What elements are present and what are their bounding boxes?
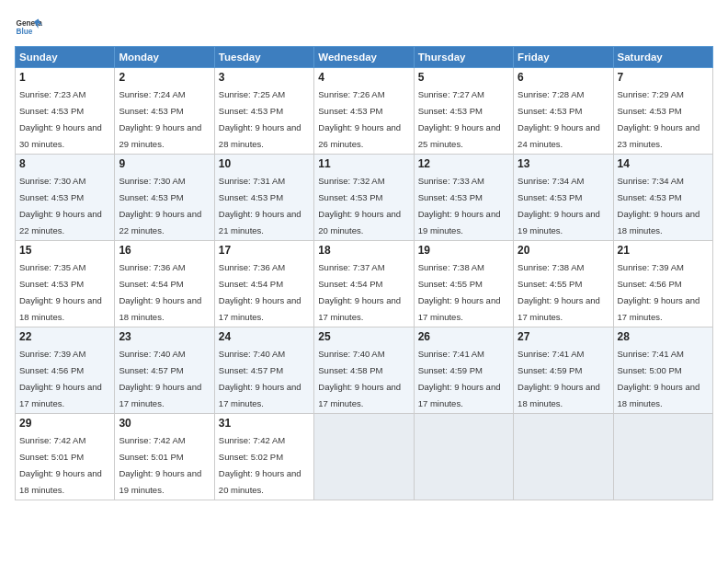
day-cell-19: 19 Sunrise: 7:38 AMSunset: 4:55 PMDaylig… bbox=[414, 241, 513, 327]
day-info: Sunrise: 7:39 AMSunset: 4:56 PMDaylight:… bbox=[618, 262, 700, 322]
day-number: 23 bbox=[119, 330, 210, 343]
col-header-wednesday: Wednesday bbox=[314, 47, 414, 68]
day-cell-11: 11 Sunrise: 7:32 AMSunset: 4:53 PMDaylig… bbox=[314, 155, 414, 241]
col-header-friday: Friday bbox=[514, 47, 613, 68]
day-info: Sunrise: 7:24 AMSunset: 4:53 PMDaylight:… bbox=[119, 89, 201, 149]
day-info: Sunrise: 7:40 AMSunset: 4:57 PMDaylight:… bbox=[219, 349, 301, 408]
day-info: Sunrise: 7:42 AMSunset: 5:02 PMDaylight:… bbox=[219, 435, 301, 495]
svg-text:Blue: Blue bbox=[17, 28, 33, 36]
day-info: Sunrise: 7:40 AMSunset: 4:57 PMDaylight:… bbox=[119, 349, 201, 408]
col-header-monday: Monday bbox=[115, 47, 214, 68]
day-info: Sunrise: 7:41 AMSunset: 5:00 PMDaylight:… bbox=[618, 349, 700, 408]
calendar-week-2: 8 Sunrise: 7:30 AMSunset: 4:53 PMDayligh… bbox=[16, 155, 713, 241]
day-cell-26: 26 Sunrise: 7:41 AMSunset: 4:59 PMDaylig… bbox=[414, 327, 513, 414]
day-number: 25 bbox=[318, 330, 409, 343]
day-number: 11 bbox=[318, 157, 409, 170]
day-number: 12 bbox=[418, 157, 509, 170]
day-info: Sunrise: 7:32 AMSunset: 4:53 PMDaylight:… bbox=[318, 176, 401, 236]
day-info: Sunrise: 7:42 AMSunset: 5:01 PMDaylight:… bbox=[19, 435, 102, 495]
day-number: 14 bbox=[618, 157, 709, 170]
day-cell-18: 18 Sunrise: 7:37 AMSunset: 4:54 PMDaylig… bbox=[314, 241, 414, 327]
day-cell-25: 25 Sunrise: 7:40 AMSunset: 4:58 PMDaylig… bbox=[314, 327, 414, 414]
day-cell-29: 29 Sunrise: 7:42 AMSunset: 5:01 PMDaylig… bbox=[16, 414, 115, 500]
day-cell-14: 14 Sunrise: 7:34 AMSunset: 4:53 PMDaylig… bbox=[613, 155, 712, 241]
day-info: Sunrise: 7:35 AMSunset: 4:53 PMDaylight:… bbox=[19, 262, 102, 322]
day-info: Sunrise: 7:28 AMSunset: 4:53 PMDaylight:… bbox=[518, 89, 600, 149]
day-number: 13 bbox=[518, 157, 609, 170]
day-info: Sunrise: 7:42 AMSunset: 5:01 PMDaylight:… bbox=[119, 435, 201, 495]
empty-cell bbox=[613, 414, 712, 500]
day-number: 19 bbox=[418, 244, 509, 257]
day-info: Sunrise: 7:30 AMSunset: 4:53 PMDaylight:… bbox=[119, 176, 201, 236]
col-header-thursday: Thursday bbox=[414, 47, 513, 68]
day-info: Sunrise: 7:33 AMSunset: 4:53 PMDaylight:… bbox=[418, 176, 501, 236]
day-info: Sunrise: 7:31 AMSunset: 4:53 PMDaylight:… bbox=[219, 176, 301, 236]
main-container: General Blue SundayMondayTuesdayWednesda… bbox=[0, 0, 728, 510]
day-number: 17 bbox=[219, 244, 310, 257]
day-cell-21: 21 Sunrise: 7:39 AMSunset: 4:56 PMDaylig… bbox=[613, 241, 712, 327]
day-number: 16 bbox=[119, 244, 210, 257]
header: General Blue bbox=[15, 15, 713, 42]
day-info: Sunrise: 7:38 AMSunset: 4:55 PMDaylight:… bbox=[418, 262, 501, 322]
day-info: Sunrise: 7:29 AMSunset: 4:53 PMDaylight:… bbox=[618, 89, 700, 149]
empty-cell bbox=[314, 414, 414, 500]
day-cell-6: 6 Sunrise: 7:28 AMSunset: 4:53 PMDayligh… bbox=[514, 68, 613, 155]
day-number: 5 bbox=[418, 71, 509, 84]
day-cell-17: 17 Sunrise: 7:36 AMSunset: 4:54 PMDaylig… bbox=[214, 241, 313, 327]
logo-icon: General Blue bbox=[15, 15, 42, 42]
day-number: 22 bbox=[19, 330, 110, 343]
calendar-week-5: 29 Sunrise: 7:42 AMSunset: 5:01 PMDaylig… bbox=[16, 414, 713, 500]
day-number: 20 bbox=[518, 244, 609, 257]
day-cell-10: 10 Sunrise: 7:31 AMSunset: 4:53 PMDaylig… bbox=[214, 155, 313, 241]
calendar-table: SundayMondayTuesdayWednesdayThursdayFrid… bbox=[15, 46, 713, 500]
day-cell-28: 28 Sunrise: 7:41 AMSunset: 5:00 PMDaylig… bbox=[613, 327, 712, 414]
day-info: Sunrise: 7:40 AMSunset: 4:58 PMDaylight:… bbox=[318, 349, 401, 408]
calendar-week-4: 22 Sunrise: 7:39 AMSunset: 4:56 PMDaylig… bbox=[16, 327, 713, 414]
day-info: Sunrise: 7:36 AMSunset: 4:54 PMDaylight:… bbox=[219, 262, 301, 322]
day-info: Sunrise: 7:38 AMSunset: 4:55 PMDaylight:… bbox=[518, 262, 600, 322]
day-cell-12: 12 Sunrise: 7:33 AMSunset: 4:53 PMDaylig… bbox=[414, 155, 513, 241]
day-number: 30 bbox=[119, 417, 210, 430]
day-cell-9: 9 Sunrise: 7:30 AMSunset: 4:53 PMDayligh… bbox=[115, 155, 214, 241]
day-cell-8: 8 Sunrise: 7:30 AMSunset: 4:53 PMDayligh… bbox=[16, 155, 115, 241]
empty-cell bbox=[514, 414, 613, 500]
day-number: 26 bbox=[418, 330, 509, 343]
day-number: 9 bbox=[119, 157, 210, 170]
day-number: 28 bbox=[618, 330, 709, 343]
day-number: 15 bbox=[19, 244, 110, 257]
day-info: Sunrise: 7:23 AMSunset: 4:53 PMDaylight:… bbox=[19, 89, 102, 149]
day-info: Sunrise: 7:41 AMSunset: 4:59 PMDaylight:… bbox=[418, 349, 501, 408]
day-cell-23: 23 Sunrise: 7:40 AMSunset: 4:57 PMDaylig… bbox=[115, 327, 214, 414]
day-cell-3: 3 Sunrise: 7:25 AMSunset: 4:53 PMDayligh… bbox=[214, 68, 313, 155]
calendar-week-3: 15 Sunrise: 7:35 AMSunset: 4:53 PMDaylig… bbox=[16, 241, 713, 327]
day-number: 18 bbox=[318, 244, 409, 257]
day-info: Sunrise: 7:30 AMSunset: 4:53 PMDaylight:… bbox=[19, 176, 102, 236]
day-cell-4: 4 Sunrise: 7:26 AMSunset: 4:53 PMDayligh… bbox=[314, 68, 414, 155]
day-cell-13: 13 Sunrise: 7:34 AMSunset: 4:53 PMDaylig… bbox=[514, 155, 613, 241]
day-cell-5: 5 Sunrise: 7:27 AMSunset: 4:53 PMDayligh… bbox=[414, 68, 513, 155]
day-info: Sunrise: 7:27 AMSunset: 4:53 PMDaylight:… bbox=[418, 89, 501, 149]
col-header-tuesday: Tuesday bbox=[214, 47, 313, 68]
day-cell-24: 24 Sunrise: 7:40 AMSunset: 4:57 PMDaylig… bbox=[214, 327, 313, 414]
day-cell-1: 1 Sunrise: 7:23 AMSunset: 4:53 PMDayligh… bbox=[16, 68, 115, 155]
day-info: Sunrise: 7:39 AMSunset: 4:56 PMDaylight:… bbox=[19, 349, 102, 408]
day-cell-15: 15 Sunrise: 7:35 AMSunset: 4:53 PMDaylig… bbox=[16, 241, 115, 327]
day-cell-7: 7 Sunrise: 7:29 AMSunset: 4:53 PMDayligh… bbox=[613, 68, 712, 155]
col-header-saturday: Saturday bbox=[613, 47, 712, 68]
day-info: Sunrise: 7:34 AMSunset: 4:53 PMDaylight:… bbox=[618, 176, 700, 236]
day-number: 7 bbox=[618, 71, 709, 84]
day-cell-31: 31 Sunrise: 7:42 AMSunset: 5:02 PMDaylig… bbox=[214, 414, 313, 500]
day-cell-20: 20 Sunrise: 7:38 AMSunset: 4:55 PMDaylig… bbox=[514, 241, 613, 327]
header-row: SundayMondayTuesdayWednesdayThursdayFrid… bbox=[16, 47, 713, 68]
day-cell-16: 16 Sunrise: 7:36 AMSunset: 4:54 PMDaylig… bbox=[115, 241, 214, 327]
day-number: 8 bbox=[19, 157, 110, 170]
day-info: Sunrise: 7:26 AMSunset: 4:53 PMDaylight:… bbox=[318, 89, 401, 149]
day-number: 1 bbox=[19, 71, 110, 84]
day-number: 2 bbox=[119, 71, 210, 84]
day-number: 24 bbox=[219, 330, 310, 343]
day-info: Sunrise: 7:36 AMSunset: 4:54 PMDaylight:… bbox=[119, 262, 201, 322]
day-number: 4 bbox=[318, 71, 409, 84]
day-cell-27: 27 Sunrise: 7:41 AMSunset: 4:59 PMDaylig… bbox=[514, 327, 613, 414]
day-number: 29 bbox=[19, 417, 110, 430]
day-cell-2: 2 Sunrise: 7:24 AMSunset: 4:53 PMDayligh… bbox=[115, 68, 214, 155]
